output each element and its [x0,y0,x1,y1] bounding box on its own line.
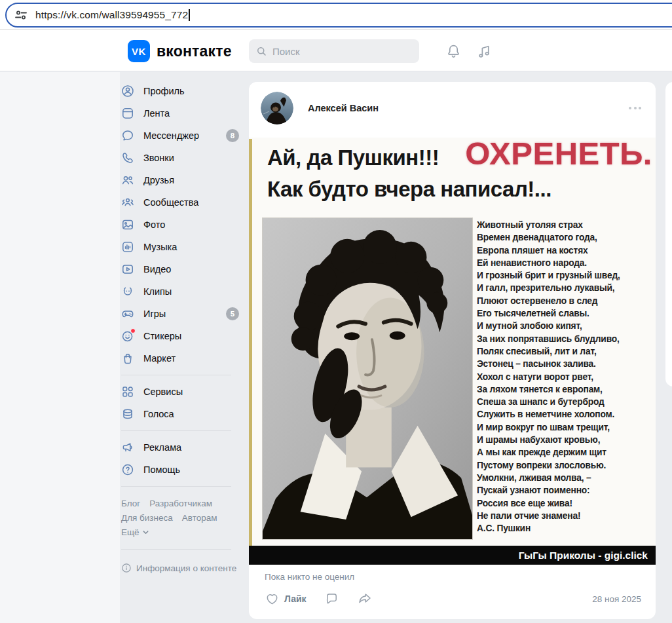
question-icon [121,463,134,476]
footer-link-business[interactable]: Для бизнеса [121,513,173,523]
sidebar-item-music[interactable]: Музыка [121,236,247,258]
meme-title-line2: Как будто вчера написал!... [267,177,551,202]
stickers-icon [121,330,134,343]
poem-line: Пустому вопреки злословью. [477,459,652,472]
url-text: https://vk.com/wall39594955_772 [35,9,188,21]
poem-line: Европа пляшет на костях [477,244,652,257]
sidebar-divider [121,486,231,487]
bell-icon [445,43,462,60]
comment-icon [324,592,339,607]
phone-icon [121,151,134,164]
poem-line: И грозный брит и грузный швед, [477,269,652,282]
like-button[interactable]: Лайк [265,592,307,607]
text-caret [189,9,190,21]
sidebar-item-help[interactable]: Помощь [121,459,247,481]
comment-button[interactable] [324,592,339,607]
poem-line: А.С. Пушкин [477,522,652,535]
post-date: 28 ноя 2025 [592,594,641,604]
vk-wordmark: вконтакте [157,43,232,60]
sidebar-item-profile[interactable]: Профиль [121,80,247,102]
chevron-down-icon [142,529,149,536]
poem-text: Животный утоляя страхВремен двенадцатого… [477,219,652,535]
poem-line: Эстонец – пасынок залива. [477,358,652,370]
footer-link-authors[interactable]: Авторам [182,513,217,523]
post-header: Алексей Васин [249,82,656,138]
post-image[interactable]: ОХРЕНЕТЬ. Ай, да Пушкин!!! Как будто вче… [249,138,656,565]
watermark-bar: ГыГы Приколы - gigi.click [249,546,656,565]
sidebar-item-stickers[interactable]: Стикеры [121,325,247,347]
sidebar-item-ads[interactable]: Реклама [121,436,247,459]
footer-link-developers[interactable]: Разработчикам [149,499,212,508]
footer-link-blog[interactable]: Блог [121,499,140,508]
sidebar-divider [121,430,231,431]
vk-logo-icon: VK [128,40,150,62]
poem-line: Спеша за шнапс и бутерброд [477,396,652,408]
communities-icon [121,196,134,209]
sidebar-item-feed[interactable]: Лента [121,102,247,124]
poem-line: За ляхом тянется к европам, [477,383,652,396]
feed-icon [121,107,134,120]
coins-icon [121,407,134,421]
search-box[interactable] [249,39,419,63]
sidebar-item-calls[interactable]: Звонки [121,147,247,169]
sidebar-item-photos[interactable]: Фото [121,214,247,236]
sidebar-footer-links: Блог Разработчикам Для бизнеса Авторам Е… [121,492,239,544]
pushkin-portrait [262,217,473,540]
vk-top-header: VK вконтакте [0,30,672,71]
megaphone-icon [121,441,134,454]
vk-logo[interactable]: VK вконтакте [128,40,232,62]
games-icon [121,307,134,320]
sidebar-item-services[interactable]: Сервисы [121,381,247,403]
avatar[interactable] [261,92,293,124]
messenger-badge: 8 [226,129,239,142]
sidebar-item-messenger[interactable]: Мессенджер 8 [121,124,247,147]
right-column-card-edge [665,82,672,387]
sidebar-item-friends[interactable]: Друзья [121,169,247,191]
sidebar-item-market[interactable]: Маркет [121,347,247,369]
sidebar-item-video[interactable]: Видео [121,258,247,280]
poem-line: Пускай узнают поименно: [477,484,652,497]
notifications-button[interactable] [442,40,464,62]
meme-title-line1: Ай, да Пушкин!!! [267,145,439,170]
search-input[interactable] [272,46,413,57]
messenger-icon [121,129,134,142]
post-card: Алексей Васин ОХРЕНЕТЬ. Ай, да Пушкин!!!… [249,82,656,619]
poem-line: Животный утоляя страх [477,219,652,231]
music-button[interactable] [473,40,495,62]
sidebar-item-communities[interactable]: Сообщества [121,191,247,214]
video-icon [121,263,134,276]
post-author-name[interactable]: Алексей Васин [308,103,379,113]
sidebar-nav: Профиль Лента Мессенджер 8 Звонки [121,80,247,573]
poem-line: За них попрятавшись блудливо, [477,333,652,345]
rating-status: Пока никто не оценил [265,572,656,582]
url-bar[interactable]: https://vk.com/wall39594955_772 [5,3,672,28]
search-icon [255,45,267,57]
sidebar-divider [121,375,231,375]
meme-left-stripe [249,139,252,546]
music-service-icon [121,240,134,254]
info-icon [121,563,132,573]
sidebar-item-games[interactable]: Игры 5 [121,303,247,325]
music-note-icon [476,43,493,60]
poem-line: Его тысячелетней славы. [477,307,652,320]
content-info-link[interactable]: Информация о контенте [121,555,247,573]
sidebar-item-votes[interactable]: Голоса [121,403,247,425]
meme-overlay-text: ОХРЕНЕТЬ. [465,138,652,172]
photos-icon [121,218,134,231]
poem-line: Времен двенадцатого года, [477,231,652,244]
share-arrow-icon [357,591,373,607]
stickers-new-dot [130,328,136,333]
heart-icon [265,592,280,607]
poem-line: А мы как прежде держим щит [477,446,652,459]
friends-icon [121,174,134,187]
sidebar-item-clips[interactable]: Клипы [121,280,247,303]
poem-line: И шрамы набухают кровью, [477,434,652,446]
profile-icon [121,85,134,98]
sidebar-divider [121,549,231,550]
share-button[interactable] [357,591,373,607]
post-menu-button[interactable] [627,103,643,113]
footer-link-more[interactable]: Ещё [121,527,149,537]
poem-line: И галл, презрительно лукавый, [477,282,652,294]
services-icon [121,385,134,398]
poem-line: Служить в неметчине холопом. [477,408,652,421]
